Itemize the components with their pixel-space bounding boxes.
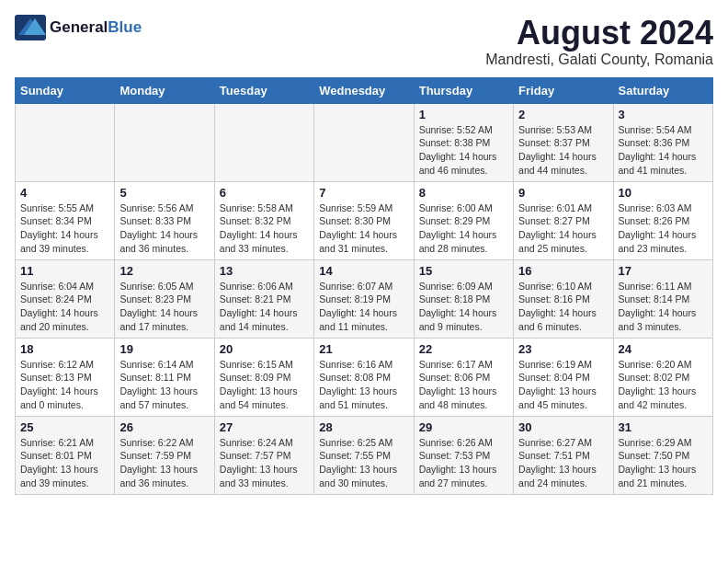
header-tuesday: Tuesday: [214, 77, 313, 103]
calendar-cell: 21Sunrise: 6:16 AM Sunset: 8:08 PM Dayli…: [314, 338, 414, 416]
day-info: Sunrise: 5:53 AM Sunset: 8:37 PM Dayligh…: [518, 123, 608, 178]
day-info: Sunrise: 6:15 AM Sunset: 8:09 PM Dayligh…: [220, 358, 309, 412]
day-info: Sunrise: 6:07 AM Sunset: 8:19 PM Dayligh…: [319, 280, 408, 334]
day-number: 1: [419, 108, 508, 121]
calendar-title: August 2024: [485, 15, 713, 52]
day-info: Sunrise: 5:59 AM Sunset: 8:30 PM Dayligh…: [319, 201, 408, 256]
day-number: 19: [119, 342, 209, 356]
day-info: Sunrise: 6:21 AM Sunset: 8:01 PM Dayligh…: [20, 436, 109, 490]
day-info: Sunrise: 5:58 AM Sunset: 8:32 PM Dayligh…: [220, 201, 309, 256]
calendar-cell: 9Sunrise: 6:01 AM Sunset: 8:27 PM Daylig…: [514, 181, 613, 259]
day-number: 5: [119, 186, 209, 200]
day-info: Sunrise: 6:10 AM Sunset: 8:16 PM Dayligh…: [518, 280, 608, 334]
calendar-cell: 14Sunrise: 6:07 AM Sunset: 8:19 PM Dayli…: [314, 259, 414, 338]
day-info: Sunrise: 6:11 AM Sunset: 8:14 PM Dayligh…: [619, 280, 708, 334]
day-number: 22: [419, 342, 508, 356]
header-friday: Friday: [514, 77, 613, 103]
day-number: 6: [220, 186, 309, 200]
day-number: 26: [119, 420, 209, 434]
calendar-cell: 25Sunrise: 6:21 AM Sunset: 8:01 PM Dayli…: [16, 416, 115, 494]
day-number: 7: [319, 186, 408, 200]
day-info: Sunrise: 6:01 AM Sunset: 8:27 PM Dayligh…: [518, 201, 608, 256]
calendar-header-row: SundayMondayTuesdayWednesdayThursdayFrid…: [16, 77, 713, 103]
header-saturday: Saturday: [613, 77, 712, 103]
day-info: Sunrise: 5:55 AM Sunset: 8:34 PM Dayligh…: [20, 201, 109, 256]
day-number: 4: [20, 186, 109, 200]
calendar-cell: 1Sunrise: 5:52 AM Sunset: 8:38 PM Daylig…: [414, 103, 513, 181]
calendar-cell: 17Sunrise: 6:11 AM Sunset: 8:14 PM Dayli…: [613, 259, 712, 338]
calendar-cell: 13Sunrise: 6:06 AM Sunset: 8:21 PM Dayli…: [214, 259, 313, 338]
calendar-week-row: 1Sunrise: 5:52 AM Sunset: 8:38 PM Daylig…: [16, 103, 713, 181]
calendar-week-row: 25Sunrise: 6:21 AM Sunset: 8:01 PM Dayli…: [16, 416, 713, 494]
calendar-cell: 4Sunrise: 5:55 AM Sunset: 8:34 PM Daylig…: [16, 181, 115, 259]
header-wednesday: Wednesday: [314, 77, 414, 103]
calendar-table: SundayMondayTuesdayWednesdayThursdayFrid…: [15, 77, 713, 495]
day-info: Sunrise: 6:19 AM Sunset: 8:04 PM Dayligh…: [518, 358, 608, 412]
day-number: 13: [220, 264, 309, 278]
calendar-subtitle: Mandresti, Galati County, Romania: [485, 52, 713, 68]
day-info: Sunrise: 6:25 AM Sunset: 7:55 PM Dayligh…: [319, 436, 408, 490]
day-number: 17: [619, 264, 708, 278]
calendar-cell: 23Sunrise: 6:19 AM Sunset: 8:04 PM Dayli…: [514, 338, 613, 416]
calendar-cell: 3Sunrise: 5:54 AM Sunset: 8:36 PM Daylig…: [613, 103, 712, 181]
calendar-cell: 19Sunrise: 6:14 AM Sunset: 8:11 PM Dayli…: [115, 338, 214, 416]
day-info: Sunrise: 6:05 AM Sunset: 8:23 PM Dayligh…: [119, 280, 209, 334]
day-info: Sunrise: 5:52 AM Sunset: 8:38 PM Dayligh…: [419, 123, 508, 178]
day-info: Sunrise: 6:29 AM Sunset: 7:50 PM Dayligh…: [619, 436, 708, 490]
day-info: Sunrise: 6:04 AM Sunset: 8:24 PM Dayligh…: [20, 280, 109, 334]
day-info: Sunrise: 6:26 AM Sunset: 7:53 PM Dayligh…: [419, 436, 508, 490]
logo-general: General: [50, 18, 108, 36]
header: GeneralBlue August 2024 Mandresti, Galat…: [15, 15, 713, 68]
calendar-cell: 24Sunrise: 6:20 AM Sunset: 8:02 PM Dayli…: [613, 338, 712, 416]
calendar-cell: [16, 103, 115, 181]
calendar-cell: 15Sunrise: 6:09 AM Sunset: 8:18 PM Dayli…: [414, 259, 513, 338]
calendar-cell: 29Sunrise: 6:26 AM Sunset: 7:53 PM Dayli…: [414, 416, 513, 494]
day-number: 14: [319, 264, 408, 278]
day-number: 27: [220, 420, 309, 434]
header-thursday: Thursday: [414, 77, 513, 103]
calendar-cell: 10Sunrise: 6:03 AM Sunset: 8:26 PM Dayli…: [613, 181, 712, 259]
calendar-week-row: 4Sunrise: 5:55 AM Sunset: 8:34 PM Daylig…: [16, 181, 713, 259]
calendar-cell: 22Sunrise: 6:17 AM Sunset: 8:06 PM Dayli…: [414, 338, 513, 416]
logo-icon: [15, 15, 46, 40]
day-number: 31: [619, 420, 708, 434]
day-number: 16: [518, 264, 608, 278]
calendar-cell: 8Sunrise: 6:00 AM Sunset: 8:29 PM Daylig…: [414, 181, 513, 259]
day-info: Sunrise: 6:00 AM Sunset: 8:29 PM Dayligh…: [419, 201, 508, 256]
calendar-cell: 26Sunrise: 6:22 AM Sunset: 7:59 PM Dayli…: [115, 416, 214, 494]
day-number: 18: [20, 342, 109, 356]
calendar-cell: 28Sunrise: 6:25 AM Sunset: 7:55 PM Dayli…: [314, 416, 414, 494]
day-info: Sunrise: 6:20 AM Sunset: 8:02 PM Dayligh…: [619, 358, 708, 412]
day-number: 29: [419, 420, 508, 434]
calendar-cell: 27Sunrise: 6:24 AM Sunset: 7:57 PM Dayli…: [214, 416, 313, 494]
day-number: 10: [619, 186, 708, 200]
calendar-cell: 31Sunrise: 6:29 AM Sunset: 7:50 PM Dayli…: [613, 416, 712, 494]
day-info: Sunrise: 6:17 AM Sunset: 8:06 PM Dayligh…: [419, 358, 508, 412]
day-number: 9: [518, 186, 608, 200]
calendar-cell: 18Sunrise: 6:12 AM Sunset: 8:13 PM Dayli…: [16, 338, 115, 416]
logo-blue: Blue: [108, 18, 142, 36]
day-number: 12: [119, 264, 209, 278]
calendar-week-row: 18Sunrise: 6:12 AM Sunset: 8:13 PM Dayli…: [16, 338, 713, 416]
day-number: 11: [20, 264, 109, 278]
logo: GeneralBlue: [15, 15, 142, 40]
day-number: 23: [518, 342, 608, 356]
day-number: 25: [20, 420, 109, 434]
day-info: Sunrise: 6:09 AM Sunset: 8:18 PM Dayligh…: [419, 280, 508, 334]
header-monday: Monday: [115, 77, 214, 103]
day-number: 2: [518, 108, 608, 121]
day-number: 15: [419, 264, 508, 278]
day-info: Sunrise: 6:27 AM Sunset: 7:51 PM Dayligh…: [518, 436, 608, 490]
day-info: Sunrise: 6:16 AM Sunset: 8:08 PM Dayligh…: [319, 358, 408, 412]
day-number: 21: [319, 342, 408, 356]
calendar-week-row: 11Sunrise: 6:04 AM Sunset: 8:24 PM Dayli…: [16, 259, 713, 338]
calendar-cell: [314, 103, 414, 181]
calendar-cell: [214, 103, 313, 181]
day-info: Sunrise: 5:54 AM Sunset: 8:36 PM Dayligh…: [619, 123, 708, 178]
day-info: Sunrise: 6:24 AM Sunset: 7:57 PM Dayligh…: [220, 436, 309, 490]
day-info: Sunrise: 6:06 AM Sunset: 8:21 PM Dayligh…: [220, 280, 309, 334]
calendar-cell: 5Sunrise: 5:56 AM Sunset: 8:33 PM Daylig…: [115, 181, 214, 259]
day-info: Sunrise: 6:22 AM Sunset: 7:59 PM Dayligh…: [119, 436, 209, 490]
header-sunday: Sunday: [16, 77, 115, 103]
calendar-cell: 11Sunrise: 6:04 AM Sunset: 8:24 PM Dayli…: [16, 259, 115, 338]
